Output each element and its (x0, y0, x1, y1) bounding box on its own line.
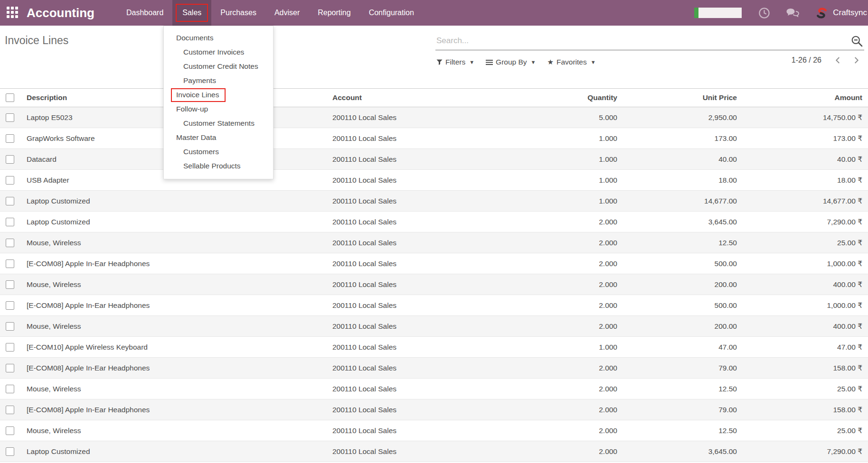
cell-description[interactable]: Laptop Customized (22, 197, 332, 205)
cell-quantity[interactable]: 2.000 (541, 280, 617, 289)
cell-quantity[interactable]: 2.000 (541, 406, 617, 414)
table-row[interactable]: USB Adapter200110 Local Sales1.00018.001… (0, 170, 868, 191)
cell-amount[interactable]: 14,677.00 ₹ (737, 197, 868, 205)
cell-account[interactable]: 200110 Local Sales (332, 447, 541, 456)
cell-description[interactable]: [E-COM08] Apple In-Ear Headphones (22, 406, 332, 414)
filters-button[interactable]: Filters ▼ (436, 58, 474, 66)
column-header-unit-price[interactable]: Unit Price (617, 93, 737, 102)
cell-unit-price[interactable]: 79.00 (617, 406, 737, 414)
row-checkbox[interactable] (6, 155, 14, 164)
cell-account[interactable]: 200110 Local Sales (332, 176, 541, 185)
chat-icon[interactable] (786, 7, 800, 19)
dropdown-item-customer-statements[interactable]: Customer Statements (164, 116, 273, 130)
search-input[interactable] (435, 33, 864, 50)
cell-description[interactable]: Laptop Customized (22, 218, 332, 226)
cell-amount[interactable]: 40.00 ₹ (737, 155, 868, 164)
cell-account[interactable]: 200110 Local Sales (332, 426, 541, 435)
cell-unit-price[interactable]: 47.00 (617, 343, 737, 352)
column-header-account[interactable]: Account (332, 93, 541, 102)
cell-unit-price[interactable]: 173.00 (617, 134, 737, 143)
cell-description[interactable]: [E-COM08] Apple In-Ear Headphones (22, 364, 332, 372)
cell-description[interactable]: Mouse, Wireless (22, 385, 332, 393)
cell-unit-price[interactable]: 14,677.00 (617, 197, 737, 205)
row-checkbox[interactable] (6, 113, 14, 122)
row-checkbox[interactable] (6, 197, 14, 205)
menu-item-sales[interactable]: Sales (172, 0, 211, 26)
select-all-checkbox[interactable] (6, 93, 14, 102)
dropdown-item-sellable-products[interactable]: Sellable Products (164, 159, 273, 173)
cell-amount[interactable]: 400.00 ₹ (737, 280, 868, 289)
row-checkbox[interactable] (6, 343, 14, 352)
table-row[interactable]: [E-COM08] Apple In-Ear Headphones200110 … (0, 253, 868, 274)
dropdown-item-invoice-lines[interactable]: Invoice Lines (164, 88, 273, 102)
cell-description[interactable]: [E-COM10] Apple Wireless Keyboard (22, 343, 332, 352)
clock-icon[interactable] (758, 7, 771, 19)
table-row[interactable]: Mouse, Wireless200110 Local Sales2.00012… (0, 232, 868, 253)
table-row[interactable]: Mouse, Wireless200110 Local Sales2.00020… (0, 274, 868, 295)
cell-quantity[interactable]: 2.000 (541, 364, 617, 372)
cell-account[interactable]: 200110 Local Sales (332, 364, 541, 372)
cell-description[interactable]: Laptop Customized (22, 447, 332, 456)
table-row[interactable]: [E-COM10] Apple Wireless Keyboard200110 … (0, 337, 868, 358)
table-row[interactable]: Mouse, Wireless200110 Local Sales2.00012… (0, 379, 868, 399)
row-checkbox[interactable] (6, 426, 14, 435)
cell-description[interactable]: Mouse, Wireless (22, 239, 332, 247)
cell-account[interactable]: 200110 Local Sales (332, 322, 541, 331)
table-row[interactable]: GrapWorks Software200110 Local Sales1.00… (0, 128, 868, 149)
cell-account[interactable]: 200110 Local Sales (332, 301, 541, 310)
cell-quantity[interactable]: 1.000 (541, 197, 617, 205)
cell-unit-price[interactable]: 12.50 (617, 239, 737, 247)
cell-unit-price[interactable]: 12.50 (617, 426, 737, 435)
row-checkbox[interactable] (6, 447, 14, 456)
table-row[interactable]: Laptop E5023200110 Local Sales5.0002,950… (0, 107, 868, 128)
cell-unit-price[interactable]: 200.00 (617, 280, 737, 289)
cell-description[interactable]: Mouse, Wireless (22, 280, 332, 289)
row-checkbox[interactable] (6, 239, 14, 247)
cell-quantity[interactable]: 2.000 (541, 301, 617, 310)
cell-amount[interactable]: 1,000.00 ₹ (737, 301, 868, 310)
cell-quantity[interactable]: 2.000 (541, 385, 617, 393)
cell-amount[interactable]: 7,290.00 ₹ (737, 447, 868, 456)
cell-account[interactable]: 200110 Local Sales (332, 155, 541, 164)
chevron-left-icon[interactable] (830, 55, 846, 65)
menu-item-purchases[interactable]: Purchases (211, 0, 265, 26)
favorites-button[interactable]: ★ Favorites ▼ (547, 58, 595, 66)
cell-description[interactable]: [E-COM08] Apple In-Ear Headphones (22, 259, 332, 268)
cell-amount[interactable]: 173.00 ₹ (737, 134, 868, 143)
column-header-quantity[interactable]: Quantity (541, 93, 617, 102)
table-row[interactable]: [E-COM08] Apple In-Ear Headphones200110 … (0, 295, 868, 316)
cell-description[interactable]: [E-COM08] Apple In-Ear Headphones (22, 301, 332, 310)
menu-item-configuration[interactable]: Configuration (360, 0, 423, 26)
cell-account[interactable]: 200110 Local Sales (332, 134, 541, 143)
row-checkbox[interactable] (6, 280, 14, 289)
row-checkbox[interactable] (6, 385, 14, 393)
dropdown-item-customer-credit-notes[interactable]: Customer Credit Notes (164, 59, 273, 74)
column-header-amount[interactable]: Amount (737, 93, 868, 102)
row-checkbox[interactable] (6, 322, 14, 331)
chevron-right-icon[interactable] (848, 55, 864, 65)
row-checkbox[interactable] (6, 301, 14, 310)
cell-unit-price[interactable]: 500.00 (617, 259, 737, 268)
cell-amount[interactable]: 25.00 ₹ (737, 385, 868, 393)
cell-account[interactable]: 200110 Local Sales (332, 343, 541, 352)
row-checkbox[interactable] (6, 218, 14, 226)
cell-account[interactable]: 200110 Local Sales (332, 259, 541, 268)
app-title[interactable]: Accounting (27, 6, 94, 20)
cell-unit-price[interactable]: 2,950.00 (617, 113, 737, 122)
row-checkbox[interactable] (6, 176, 14, 185)
dropdown-item-payments[interactable]: Payments (164, 74, 273, 88)
group-by-button[interactable]: Group By ▼ (486, 58, 536, 66)
dropdown-item-customers[interactable]: Customers (164, 145, 273, 159)
cell-unit-price[interactable]: 200.00 (617, 322, 737, 331)
cell-account[interactable]: 200110 Local Sales (332, 239, 541, 247)
cell-unit-price[interactable]: 18.00 (617, 176, 737, 185)
cell-amount[interactable]: 158.00 ₹ (737, 406, 868, 414)
cell-quantity[interactable]: 1.000 (541, 176, 617, 185)
table-row[interactable]: Mouse, Wireless200110 Local Sales2.00012… (0, 420, 868, 441)
cell-unit-price[interactable]: 500.00 (617, 301, 737, 310)
cell-account[interactable]: 200110 Local Sales (332, 406, 541, 414)
cell-unit-price[interactable]: 3,645.00 (617, 447, 737, 456)
cell-quantity[interactable]: 1.000 (541, 343, 617, 352)
row-checkbox[interactable] (6, 134, 14, 143)
row-checkbox[interactable] (6, 406, 14, 414)
